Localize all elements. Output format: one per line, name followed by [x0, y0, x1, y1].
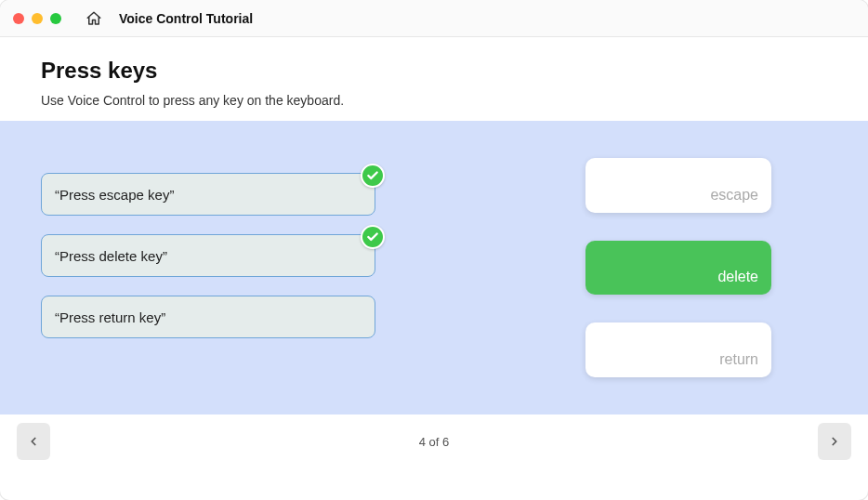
- checkmark-icon: [361, 225, 385, 249]
- voice-command-delete: “Press delete key”: [41, 234, 375, 277]
- keyboard-keys: escape delete return: [585, 158, 771, 377]
- command-text: “Press escape key”: [55, 187, 174, 203]
- key-delete: delete: [585, 241, 771, 296]
- key-return: return: [585, 322, 771, 377]
- voice-command-escape: “Press escape key”: [41, 173, 375, 216]
- window-title: Voice Control Tutorial: [119, 11, 253, 26]
- tutorial-stage: “Press escape key” “Press delete key” “P…: [0, 121, 868, 414]
- footer: 4 of 6: [0, 414, 868, 468]
- titlebar: Voice Control Tutorial: [0, 0, 868, 37]
- checkmark-icon: [361, 164, 385, 188]
- key-escape: escape: [585, 158, 771, 213]
- command-text: “Press return key”: [55, 309, 165, 325]
- voice-command-return: “Press return key”: [41, 296, 375, 338]
- page-indicator: 4 of 6: [419, 435, 450, 449]
- command-text: “Press delete key”: [55, 248, 167, 264]
- key-label: delete: [717, 269, 758, 285]
- fullscreen-window-button[interactable]: [50, 13, 61, 24]
- key-label: escape: [710, 187, 758, 204]
- close-window-button[interactable]: [13, 13, 24, 24]
- page-title: Press keys: [41, 58, 827, 84]
- minimize-window-button[interactable]: [32, 13, 43, 24]
- prev-button[interactable]: [17, 423, 50, 460]
- next-button[interactable]: [818, 423, 851, 460]
- home-button[interactable]: [85, 10, 102, 27]
- page-header: Press keys Use Voice Control to press an…: [0, 37, 868, 121]
- command-list: “Press escape key” “Press delete key” “P…: [41, 173, 375, 377]
- key-label: return: [719, 351, 758, 368]
- page-description: Use Voice Control to press any key on th…: [41, 93, 827, 108]
- traffic-lights: [13, 13, 61, 24]
